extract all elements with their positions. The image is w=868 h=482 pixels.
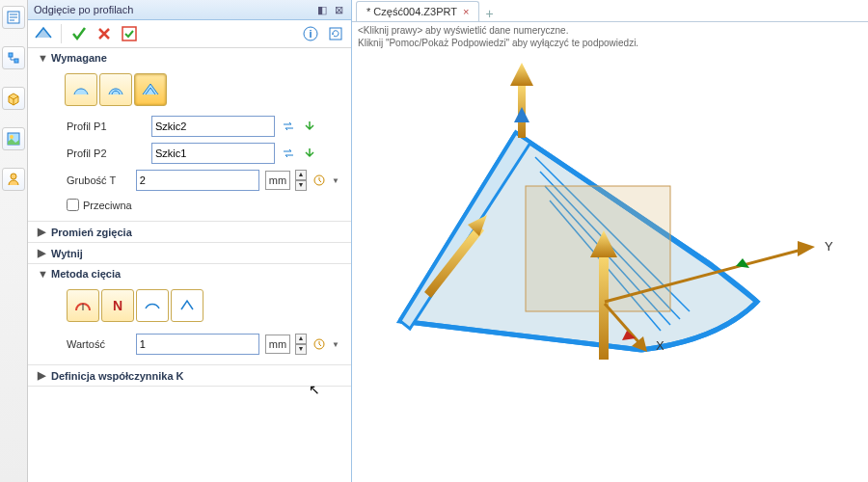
panel-title-bar: Odgięcie po profilach ◧ ⊠ <box>28 0 351 20</box>
svg-text:N: N <box>113 298 122 313</box>
section-k-factor-header[interactable]: ▶Definicja współczynnika K <box>28 365 351 386</box>
tool-tree-icon[interactable] <box>2 46 25 69</box>
svg-text:i: i <box>309 28 312 40</box>
mode-3-button[interactable] <box>134 73 167 106</box>
chevron-right-icon: ▶ <box>38 226 47 238</box>
axis-y-label: Y <box>825 239 833 254</box>
reset-icon[interactable] <box>326 24 345 43</box>
cmd-feature-icon[interactable] <box>34 24 53 43</box>
tab-close-icon[interactable]: × <box>463 6 469 17</box>
section-cut-method: ▼Metoda cięcia N Wartość mm ▲▼ ▼ <box>28 264 351 365</box>
svg-marker-19 <box>510 63 533 86</box>
opposite-checkbox[interactable] <box>67 199 79 211</box>
cut-mode-4-button[interactable] <box>171 289 203 322</box>
apply-button[interactable] <box>120 24 139 43</box>
axis-z-arrow <box>510 63 533 138</box>
cut-value-spinner[interactable]: ▲▼ <box>295 334 307 355</box>
dropdown-icon[interactable]: ▼ <box>332 176 339 185</box>
close-panel-icon[interactable]: ⊠ <box>332 3 345 16</box>
profile1-label: Profil P1 <box>67 120 146 132</box>
tool-box-icon[interactable] <box>2 87 25 110</box>
cancel-button[interactable] <box>95 24 114 43</box>
viewport: * Część004.Z3PRT × + <Kliknij prawy> aby… <box>352 0 868 482</box>
feature-panel: Odgięcie po profilach ◧ ⊠ i ▼Wymagane <box>28 0 352 482</box>
tool-doc-icon[interactable] <box>2 6 25 29</box>
opposite-label: Przeciwna <box>83 200 132 211</box>
profile2-label: Profil P2 <box>67 147 146 159</box>
svg-marker-25 <box>798 241 815 256</box>
ok-button[interactable] <box>69 24 89 43</box>
svg-marker-30 <box>514 107 529 122</box>
thickness-spinner[interactable]: ▲▼ <box>295 170 307 191</box>
mode-row <box>65 73 339 106</box>
dropdown-icon[interactable]: ▼ <box>332 340 339 349</box>
info-icon[interactable]: i <box>301 24 320 43</box>
pick-icon-2[interactable] <box>302 146 317 161</box>
mode-1-button[interactable] <box>65 73 97 106</box>
thickness-input[interactable] <box>136 170 259 191</box>
cut-mode-2-button[interactable]: N <box>101 289 134 322</box>
chevron-right-icon: ▶ <box>38 369 47 382</box>
vertical-toolbar <box>0 0 28 482</box>
profile2-input[interactable] <box>151 143 275 164</box>
cut-mode-1-button[interactable] <box>67 289 99 322</box>
cut-value-label: Wartość <box>67 338 130 350</box>
mode-2-button[interactable] <box>99 73 132 106</box>
section-extend-header[interactable]: ▶Wytnij <box>28 243 351 263</box>
svg-point-4 <box>10 135 14 139</box>
chevron-right-icon: ▶ <box>38 247 47 259</box>
svg-rect-1 <box>9 53 13 57</box>
thickness-unit: mm <box>265 171 290 190</box>
cut-value-unit: mm <box>265 335 290 354</box>
svg-rect-9 <box>330 28 341 40</box>
svg-rect-2 <box>14 59 18 63</box>
document-tabs: * Część004.Z3PRT × + <box>352 0 868 22</box>
thickness-label: Grubość T <box>67 174 130 186</box>
section-required: ▼Wymagane Profil P1 Profil P2 <box>28 48 351 222</box>
swap-icon[interactable] <box>281 119 296 134</box>
hint-line-1: <Kliknij prawy> aby wyświetlić dane nume… <box>358 24 862 37</box>
axis-x-label: X <box>656 338 665 353</box>
svg-point-5 <box>11 174 16 179</box>
thickness-pick-icon[interactable] <box>312 173 326 188</box>
pin-icon[interactable]: ◧ <box>315 3 329 16</box>
cut-value-pick-icon[interactable] <box>312 336 326 352</box>
tab-part[interactable]: * Część004.Z3PRT × <box>356 1 479 21</box>
profile1-input[interactable] <box>151 116 275 137</box>
chevron-down-icon: ▼ <box>38 268 47 280</box>
tab-add-icon[interactable]: + <box>485 6 493 21</box>
hint-line-2: Kliknij "Pomoc/Pokaż Podpowiedzi" aby wy… <box>358 37 862 49</box>
section-cut-method-header[interactable]: ▼Metoda cięcia <box>28 264 351 283</box>
swap-icon-2[interactable] <box>281 146 296 161</box>
svg-rect-6 <box>122 27 136 40</box>
section-required-header[interactable]: ▼Wymagane <box>28 48 351 67</box>
cut-mode-3-button[interactable] <box>136 289 169 322</box>
chevron-down-icon: ▼ <box>38 52 47 64</box>
cut-value-input[interactable] <box>136 334 259 355</box>
command-bar: i <box>28 20 351 48</box>
tool-scene-icon[interactable] <box>2 127 25 150</box>
section-bend-radius-header[interactable]: ▶Promień zgięcia <box>28 222 351 242</box>
tab-label: * Część004.Z3PRT <box>366 6 457 17</box>
viewport-hints: <Kliknij prawy> aby wyświetlić dane nume… <box>352 22 868 51</box>
panel-title: Odgięcie po profilach <box>34 4 133 15</box>
3d-canvas[interactable]: X Y <box>352 51 868 482</box>
pick-icon[interactable] <box>302 119 317 134</box>
tool-user-icon[interactable] <box>2 168 25 191</box>
